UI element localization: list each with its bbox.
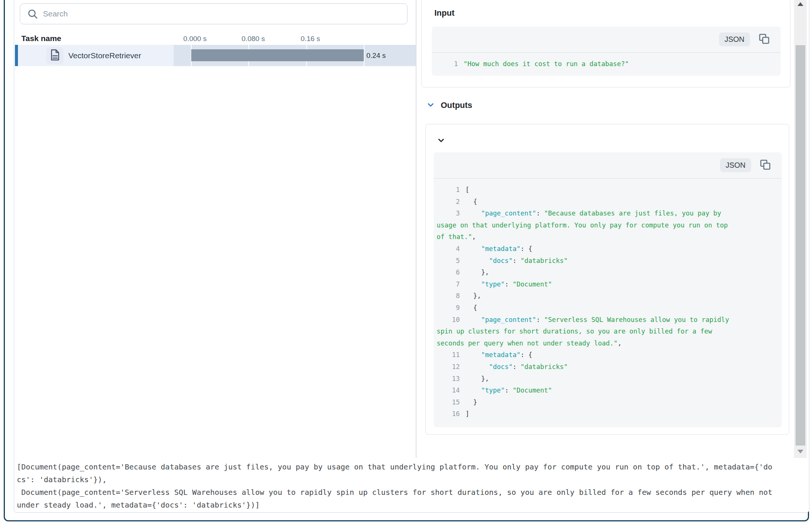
task-duration-bar (191, 49, 364, 61)
chevron-down-icon (437, 136, 445, 146)
console-output-text: [Document(page_content='Because database… (17, 461, 807, 511)
selected-row-accent (15, 45, 18, 66)
timeline-tick-0: 0.000 s (183, 35, 207, 43)
scrollbar-up-arrow-icon[interactable] (797, 2, 803, 6)
timeline-tick-2: 0.16 s (301, 35, 320, 43)
outputs-code-body: 1[2 {3 "page_content": "Because database… (434, 179, 782, 425)
copy-icon (759, 159, 771, 172)
input-section-card: Input JSON 1"How mu (421, 0, 790, 87)
notebook-cell-frame: Task name 0.000 s 0.080 s 0.16 s (4, 0, 809, 521)
outputs-code-header: JSON (434, 152, 782, 179)
json-format-button[interactable]: JSON (719, 32, 750, 46)
document-icon (49, 49, 61, 62)
outputs-code-block: JSON 1[2 {3 "page_content": "Because dat… (434, 152, 782, 427)
task-row-vectorstoreretriever[interactable]: VectorStoreRetriever 0.24 s (15, 45, 416, 66)
scrollbar-down-arrow-icon[interactable] (797, 450, 803, 453)
copy-button[interactable] (759, 159, 771, 172)
outputs-collapse-toggle[interactable] (427, 101, 435, 110)
task-icon-tile (46, 47, 63, 64)
search-input[interactable] (38, 4, 407, 24)
outputs-section-title: Outputs (441, 100, 472, 110)
chevron-down-icon (427, 101, 435, 110)
timeline-lane: 0.24 s (174, 45, 416, 66)
input-code-header: JSON (432, 27, 781, 53)
input-code-block: JSON 1"How much does it cost to run a da… (432, 27, 781, 76)
input-section-title: Input (434, 8, 455, 18)
input-code-body: 1"How much does it cost to run a databas… (432, 53, 781, 75)
search-box (20, 3, 407, 24)
trace-results-container: Task name 0.000 s 0.080 s 0.16 s (14, 0, 809, 513)
outputs-section-header: Outputs (427, 100, 472, 110)
copy-icon (758, 33, 770, 46)
panel-divider (416, 0, 416, 458)
json-format-button[interactable]: JSON (720, 158, 751, 172)
output-item-collapse-toggle[interactable] (437, 136, 445, 146)
timeline-gridline (364, 45, 365, 66)
search-icon (28, 9, 38, 19)
outputs-section-card: JSON 1[2 {3 "page_content": "Because dat… (425, 124, 789, 435)
task-name-label: VectorStoreRetriever (68, 45, 141, 66)
copy-button[interactable] (758, 33, 770, 46)
vertical-scrollbar (794, 0, 807, 458)
timeline-tick-1: 0.080 s (242, 35, 265, 43)
scrollbar-thumb[interactable] (796, 45, 805, 446)
task-duration-label: 0.24 s (366, 45, 386, 66)
task-name-column-header: Task name (21, 34, 61, 43)
